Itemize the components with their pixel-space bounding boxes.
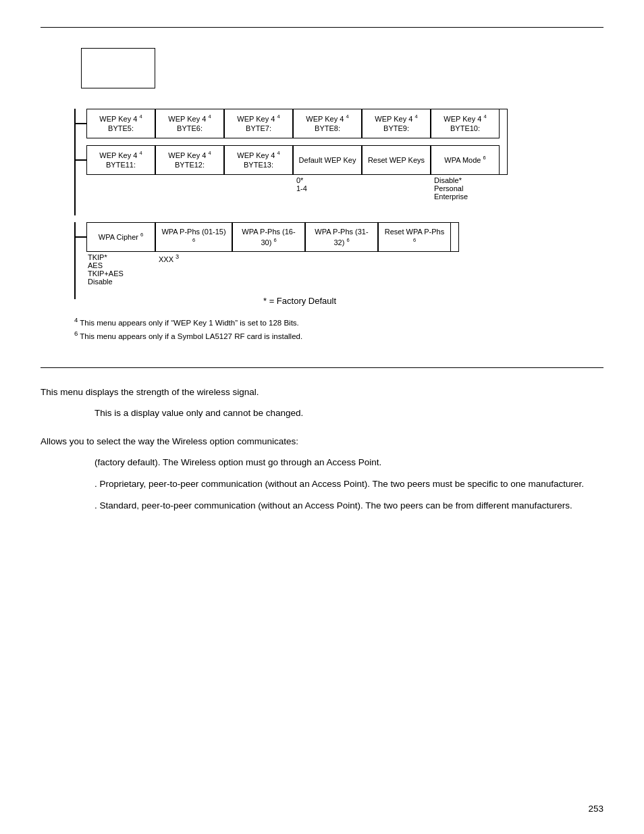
wep-key4-byte11-label: WEP Key 4 (99, 151, 137, 159)
reset-wep-keys-box: Reset WEP Keys (362, 145, 431, 175)
para-wireless-comm: Allows you to select the way the Wireles… (41, 434, 603, 449)
wep-key4-byte9-label: WEP Key 4 (375, 114, 412, 122)
section-divider (41, 367, 603, 368)
para-signal-strength: This menu displays the strength of the w… (41, 385, 603, 400)
page-number: 253 (588, 804, 603, 814)
wep-key4-byte8-label: WEP Key 4 (306, 114, 344, 122)
wpa-cipher-label: WPA Cipher (99, 233, 138, 241)
footnote-6: 6 This menu appears only if a Symbol LA5… (74, 330, 603, 340)
wep-key4-byte12-sub: BYTE12: (175, 161, 205, 169)
wep-key4-byte11-sub: BYTE11: (106, 161, 136, 169)
wep-key4-byte7-sub: BYTE7: (246, 124, 271, 132)
wep-key4-byte12-box: WEP Key 4 4BYTE12: (155, 145, 224, 175)
footnote-4-text: This menu appears only if “WEP Key 1 Wid… (80, 319, 298, 327)
footnotes-area: 4 This menu appears only if “WEP Key 1 W… (74, 316, 603, 340)
wep-key4-byte10-sub: BYTE10: (450, 124, 480, 132)
wep-key4-byte10-label: WEP Key 4 (444, 114, 481, 122)
wep-key4-byte7-box: WEP Key 4 4BYTE7: (224, 109, 293, 138)
footnote-4: 4 This menu appears only if “WEP Key 1 W… (74, 316, 603, 327)
cipher-values: TKIP* AES TKIP+AES Disable (88, 253, 124, 286)
wpa-pphs-3132-label: WPA P-Phs (31-32) (315, 228, 368, 246)
pphs0115-values: XXX 3 (159, 253, 179, 263)
reset-wpa-pphs-box: Reset WPA P-Phs 6 (378, 222, 451, 252)
para-standard: . Standard, peer-to-peer communication (… (95, 498, 603, 513)
wpa-pphs-1630-box: WPA P-Phs (16-30) 6 (232, 222, 305, 252)
wpa-pphs-1630-label: WPA P-Phs (16-30) (242, 228, 295, 246)
footnote-6-text: This menu appears only if a Symbol LA512… (80, 332, 302, 340)
wep-key4-byte11-box: WEP Key 4 4BYTE11: (86, 145, 155, 175)
reset-wpa-pphs-label: Reset WPA P-Phs (385, 228, 444, 236)
wep-key4-byte6-label: WEP Key 4 (168, 114, 206, 122)
wpa-pphs-0115-box: WPA P-Phs (01-15) 6 (155, 222, 232, 252)
wep-key4-byte13-label: WEP Key 4 (237, 151, 275, 159)
wep-key4-byte13-box: WEP Key 4 4BYTE13: (224, 145, 293, 175)
default-wep-key-box: Default WEP Key (293, 145, 362, 175)
wep-key4-byte5-sub: BYTE5: (108, 124, 134, 132)
wep-key4-byte12-label: WEP Key 4 (168, 151, 206, 159)
wpa-pphs-3132-box: WPA P-Phs (31-32) 6 (305, 222, 378, 252)
wpa-mode-box: WPA Mode 6 (431, 145, 500, 175)
wep-key4-byte10-box: WEP Key 4 4BYTE10: (431, 109, 500, 138)
wpa-cipher-box: WPA Cipher 6 (86, 222, 155, 252)
wep-key4-byte6-sub: BYTE6: (177, 124, 203, 132)
wpa-mode-values: Disable* Personal Enterprise (434, 176, 468, 201)
wpa-pphs-0115-label: WPA P-Phs (01-15) (161, 228, 225, 236)
wep-key4-byte8-sub: BYTE8: (315, 124, 340, 132)
para-proprietary: . Proprietary, peer-to-peer communicatio… (95, 477, 603, 492)
default-wep-values: 0* 1-4 (296, 176, 307, 192)
wep-key4-byte9-box: WEP Key 4 4BYTE9: (362, 109, 431, 138)
wpa-mode-label: WPA Mode (444, 156, 481, 164)
small-diagram-box (81, 48, 155, 88)
flow-diagram: WEP Key 4 4BYTE5: WEP Key 4 4BYTE6: WEP … (74, 109, 603, 340)
wep-key4-byte9-sub: BYTE9: (383, 124, 409, 132)
wep-key4-byte13-sub: BYTE13: (244, 161, 273, 169)
top-rule (41, 27, 603, 28)
wep-key4-byte7-label: WEP Key 4 (237, 114, 275, 122)
wep-key4-byte6-box: WEP Key 4 4BYTE6: (155, 109, 224, 138)
wep-key4-byte5-box: WEP Key 4 4BYTE5: (86, 109, 155, 138)
default-wep-key-label: Default WEP Key (299, 156, 356, 164)
wep-key4-byte5-label: WEP Key 4 (99, 114, 137, 122)
reset-wep-keys-label: Reset WEP Keys (368, 156, 425, 164)
para-access-point: (factory default). The Wireless option m… (95, 455, 603, 470)
para-display-only: This is a display value only and cannot … (95, 406, 603, 421)
wep-key4-byte8-box: WEP Key 4 4BYTE8: (293, 109, 362, 138)
body-text-area: This menu displays the strength of the w… (41, 385, 603, 513)
